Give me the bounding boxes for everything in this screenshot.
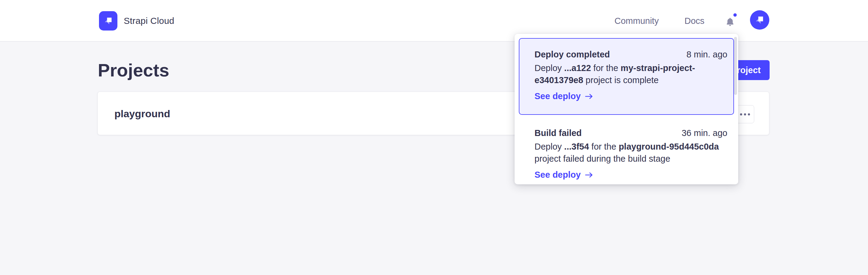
notification-header: Build failed 36 min. ago — [534, 127, 727, 139]
arrow-right-icon — [585, 93, 593, 100]
notification-title: Deploy completed — [534, 48, 610, 60]
notification-unread-dot — [734, 13, 737, 17]
notification-item-deploy-completed[interactable]: Deploy completed 8 min. ago Deploy ...a1… — [519, 38, 734, 115]
deploy-id: ...3f54 — [564, 142, 589, 152]
arrow-right-icon — [585, 172, 593, 178]
notification-body: Deploy ...a122 for the my-strapi-project… — [534, 62, 727, 86]
deploy-id: ...a122 — [564, 63, 591, 73]
user-avatar[interactable] — [750, 10, 769, 30]
notifications-bell-button[interactable] — [722, 13, 738, 29]
page-title: Projects — [98, 57, 169, 84]
see-deploy-link[interactable]: See deploy — [534, 91, 593, 101]
see-deploy-link[interactable]: See deploy — [534, 170, 593, 180]
project-id: playground-95d445c0da — [619, 142, 719, 152]
brand-title: Strapi Cloud — [124, 0, 175, 42]
ellipsis-icon — [740, 113, 742, 115]
notification-header: Deploy completed 8 min. ago — [534, 48, 727, 60]
notification-timestamp: 8 min. ago — [687, 48, 727, 60]
strapi-avatar-icon — [754, 15, 765, 25]
notification-timestamp: 36 min. ago — [681, 127, 727, 139]
notification-item-build-failed[interactable]: Build failed 36 min. ago Deploy ...3f54 … — [519, 115, 734, 184]
strapi-logo-icon[interactable] — [99, 11, 117, 30]
notification-body: Deploy ...3f54 for the playground-95d445… — [534, 140, 727, 165]
notifications-panel: Deploy completed 8 min. ago Deploy ...a1… — [515, 34, 738, 184]
project-menu-button[interactable] — [736, 105, 754, 123]
notification-title: Build failed — [534, 127, 582, 139]
strapi-glyph-icon — [103, 16, 114, 26]
project-name: playground — [114, 92, 170, 135]
panel-scrollbar-thumb[interactable] — [734, 37, 737, 95]
bell-icon — [725, 16, 735, 27]
